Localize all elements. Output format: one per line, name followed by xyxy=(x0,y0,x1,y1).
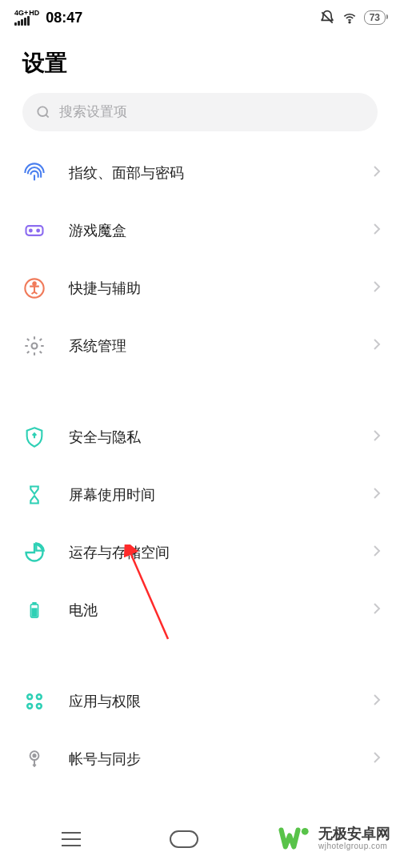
nav-home-button[interactable] xyxy=(170,830,198,848)
watermark-url: wjhotelgroup.com xyxy=(318,842,390,850)
settings-row-apps[interactable]: 应用与权限 xyxy=(0,673,400,730)
chevron-right-icon xyxy=(373,751,381,767)
svg-rect-10 xyxy=(32,609,37,616)
accessibility-icon xyxy=(22,276,46,300)
chevron-right-icon xyxy=(373,429,381,445)
svg-point-21 xyxy=(302,828,309,835)
svg-rect-9 xyxy=(33,603,36,605)
chevron-right-icon xyxy=(373,165,381,181)
watermark: 无极安卓网 wjhotelgroup.com xyxy=(278,822,390,855)
chevron-right-icon xyxy=(373,487,381,503)
status-left: 4G+ HD 08:47 xyxy=(14,10,82,26)
settings-row-gamebox[interactable]: 游戏魔盒 xyxy=(0,202,400,259)
signal-bars-icon xyxy=(14,16,30,26)
search-icon xyxy=(35,104,51,120)
clock: 08:47 xyxy=(46,10,82,26)
status-right: 73 xyxy=(319,10,386,26)
battery-indicator: 73 xyxy=(364,10,386,25)
gear-icon xyxy=(22,334,46,358)
page-title: 设置 xyxy=(0,29,400,93)
svg-point-3 xyxy=(30,230,32,232)
settings-row-label: 安全与隐私 xyxy=(69,428,373,447)
settings-row-label: 电池 xyxy=(69,601,373,620)
settings-row-account[interactable]: 帐号与同步 xyxy=(0,730,400,788)
wifi-icon xyxy=(342,10,358,26)
watermark-title: 无极安卓网 xyxy=(318,826,390,842)
mute-icon xyxy=(319,10,335,26)
settings-row-label: 指纹、面部与密码 xyxy=(69,163,373,183)
svg-point-16 xyxy=(33,754,35,757)
settings-row-label: 运存与存储空间 xyxy=(69,543,373,562)
svg-point-6 xyxy=(33,282,36,285)
chevron-right-icon xyxy=(373,545,381,561)
settings-row-system[interactable]: 系统管理 xyxy=(0,317,400,375)
group-divider xyxy=(0,375,400,408)
settings-row-storage[interactable]: 运存与存储空间 xyxy=(0,524,400,581)
settings-row-label: 系统管理 xyxy=(69,336,373,356)
settings-row-shortcut[interactable]: 快捷与辅助 xyxy=(0,259,400,317)
settings-list: 指纹、面部与密码游戏魔盒快捷与辅助系统管理安全与隐私屏幕使用时间运存与存储空间电… xyxy=(0,141,400,791)
chevron-right-icon xyxy=(373,602,381,618)
battery-icon xyxy=(22,598,46,622)
signal-indicator: 4G+ HD xyxy=(14,10,39,26)
svg-point-1 xyxy=(38,106,47,116)
status-bar: 4G+ HD 08:47 73 xyxy=(0,0,400,29)
watermark-logo-icon xyxy=(278,822,312,855)
nav-menu-button[interactable] xyxy=(60,830,82,848)
fingerprint-icon xyxy=(22,161,46,185)
settings-row-security[interactable]: 安全与隐私 xyxy=(0,408,400,466)
svg-point-4 xyxy=(37,230,39,232)
chevron-right-icon xyxy=(373,280,381,296)
svg-rect-2 xyxy=(26,226,43,235)
chevron-right-icon xyxy=(373,338,381,354)
settings-row-label: 应用与权限 xyxy=(69,692,373,711)
group-divider xyxy=(0,639,400,673)
pie-icon xyxy=(22,540,46,565)
svg-point-14 xyxy=(37,704,42,709)
settings-row-label: 快捷与辅助 xyxy=(69,279,373,298)
hourglass-icon xyxy=(22,483,46,507)
search-input[interactable] xyxy=(59,104,365,120)
search-bar[interactable] xyxy=(22,93,378,131)
settings-row-label: 屏幕使用时间 xyxy=(69,485,373,504)
svg-point-7 xyxy=(32,344,38,349)
settings-row-fingerprint[interactable]: 指纹、面部与密码 xyxy=(0,144,400,202)
chevron-right-icon xyxy=(373,223,381,239)
key-icon xyxy=(22,747,46,771)
settings-row-label: 游戏魔盒 xyxy=(69,221,373,240)
grid-icon xyxy=(22,689,46,713)
shield-icon xyxy=(22,425,46,449)
chevron-right-icon xyxy=(373,693,381,709)
svg-point-11 xyxy=(27,694,32,699)
svg-point-13 xyxy=(27,704,32,709)
gamebox-icon xyxy=(22,219,46,243)
network-type: 4G+ xyxy=(14,10,28,16)
settings-row-label: 帐号与同步 xyxy=(69,749,373,769)
settings-row-battery[interactable]: 电池 xyxy=(0,581,400,639)
svg-point-0 xyxy=(349,22,350,23)
settings-row-screentime[interactable]: 屏幕使用时间 xyxy=(0,466,400,524)
hd-label: HD xyxy=(29,10,39,16)
svg-point-12 xyxy=(37,694,42,699)
